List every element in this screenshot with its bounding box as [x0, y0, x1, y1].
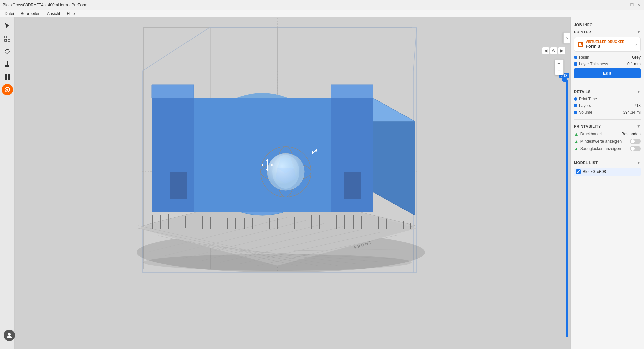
menu-bearbeiten[interactable]: Bearbeiten — [17, 11, 44, 17]
druckbarkeit-row: ▲ Druckbarkeit Bestanden — [574, 131, 641, 137]
resin-icon — [574, 56, 577, 59]
printer-chevron-icon[interactable]: ▼ — [637, 30, 641, 34]
svg-rect-64 — [261, 218, 261, 229]
svg-rect-58 — [210, 217, 211, 229]
svg-marker-118 — [152, 85, 194, 98]
minimize-button[interactable]: ─ — [623, 2, 628, 8]
printer-card[interactable]: VIRTUELLER DRUCKER Form 3 › — [574, 37, 641, 52]
close-button[interactable]: ✕ — [636, 2, 641, 8]
volume-value: 394.34 ml — [623, 110, 641, 115]
rotate-tool-button[interactable] — [2, 46, 13, 57]
volume-icon — [574, 111, 577, 114]
svg-rect-56 — [194, 215, 194, 229]
svg-rect-62 — [244, 218, 245, 229]
svg-rect-61 — [235, 218, 236, 229]
svg-rect-77 — [370, 217, 370, 229]
zoom-in-button[interactable]: + — [555, 60, 563, 67]
nav-left-button[interactable]: ◀ — [542, 47, 549, 54]
saugglocken-label: ▲ Saugglocken anzeigen — [574, 146, 621, 151]
printer-tag-label: VIRTUELLER DRUCKER — [586, 40, 625, 44]
svg-rect-79 — [386, 219, 387, 229]
right-panel: JOB INFO PRINTER ▼ VIRTUELLER DRUCKER Fo… — [570, 17, 644, 349]
mindestwerte-row: ▲ Mindestwerte anzeigen — [574, 139, 641, 144]
layer-track — [566, 80, 568, 337]
support-tool-button[interactable] — [2, 58, 13, 70]
printability-divider — [574, 119, 641, 120]
grid-tool-button[interactable] — [2, 33, 13, 44]
printability-section-title: PRINTABILITY — [574, 124, 601, 128]
svg-marker-117 — [194, 98, 331, 212]
svg-rect-73 — [336, 215, 337, 229]
svg-rect-51 — [152, 215, 153, 229]
svg-rect-60 — [227, 218, 228, 229]
print-time-value: — — [637, 97, 641, 101]
collapse-sidebar-button[interactable]: › — [563, 32, 570, 44]
layer-thumb[interactable] — [562, 77, 567, 82]
layers-row: Layers 718 — [574, 103, 641, 108]
svg-rect-3 — [8, 39, 10, 41]
model-list-divider — [574, 156, 641, 156]
svg-rect-78 — [378, 217, 379, 229]
svg-rect-5 — [5, 65, 9, 67]
layers-label: Layers — [574, 103, 591, 108]
layer-thickness-row: Layer Thickness 0.1 mm — [574, 62, 641, 66]
saugglocken-toggle[interactable] — [630, 146, 641, 151]
nav-right-button[interactable]: ▶ — [558, 47, 566, 54]
svg-rect-71 — [319, 215, 320, 229]
svg-point-12 — [6, 89, 8, 91]
layers-icon — [574, 104, 577, 107]
layers-value: 718 — [634, 103, 641, 108]
window-controls: ─ ❐ ✕ — [623, 2, 641, 8]
layer-fill — [566, 80, 568, 337]
svg-rect-76 — [361, 216, 362, 229]
viewport[interactable]: FRONT 718 + − ◀ ⊙ ▶ › — [15, 17, 570, 349]
svg-rect-75 — [353, 215, 354, 229]
left-toolbar — [0, 17, 15, 349]
select-tool-button[interactable] — [2, 20, 13, 32]
print-time-icon — [574, 97, 577, 101]
main-layout: FRONT 718 + − ◀ ⊙ ▶ › — [0, 17, 644, 349]
nav-arrows: ◀ ⊙ ▶ — [542, 47, 566, 54]
printer-name-label: Form 3 — [586, 44, 625, 49]
layer-slider-container: 718 — [564, 17, 570, 349]
model-item-name: BlockGroß08 — [583, 169, 606, 174]
printer-card-left: VIRTUELLER DRUCKER Form 3 — [578, 40, 625, 49]
svg-rect-6 — [5, 65, 10, 65]
model-list-chevron-icon[interactable]: ▼ — [637, 160, 641, 165]
menubar: Datei Bearbeiten Ansicht Hilfe — [0, 10, 644, 17]
menu-datei[interactable]: Datei — [1, 11, 17, 17]
resin-label: Resin — [574, 55, 589, 60]
model-list-item[interactable]: BlockGroß08 — [574, 168, 641, 176]
menu-hilfe[interactable]: Hilfe — [63, 11, 78, 17]
mindestwerte-icon: ▲ — [574, 139, 579, 144]
printability-chevron-icon[interactable]: ▼ — [637, 124, 641, 129]
zoom-out-button[interactable]: − — [555, 67, 563, 75]
restore-button[interactable]: ❐ — [629, 2, 635, 8]
druckbarkeit-label: ▲ Druckbarkeit — [574, 131, 603, 137]
mindestwerte-toggle[interactable] — [630, 139, 641, 144]
saugglocken-row: ▲ Saugglocken anzeigen — [574, 146, 641, 151]
layout-tool-button[interactable] — [2, 71, 13, 83]
user-button[interactable] — [4, 330, 15, 341]
print-time-row: Print Time — — [574, 97, 641, 101]
model-checkbox[interactable] — [576, 169, 581, 174]
printer-info: VIRTUELLER DRUCKER Form 3 — [586, 40, 625, 49]
svg-rect-141 — [579, 43, 581, 44]
svg-point-13 — [8, 333, 11, 336]
svg-rect-0 — [5, 36, 7, 38]
details-chevron-icon[interactable]: ▼ — [637, 89, 641, 94]
edit-button[interactable]: Edit — [574, 68, 641, 78]
model-list-title: MODEL LIST — [574, 161, 598, 165]
svg-rect-59 — [219, 217, 219, 229]
svg-rect-120 — [170, 172, 187, 199]
svg-point-139 — [143, 254, 412, 271]
active-tool-button[interactable] — [2, 84, 13, 95]
druckbarkeit-value: Bestanden — [622, 132, 641, 136]
nav-center-button[interactable]: ⊙ — [550, 47, 557, 54]
mindestwerte-label: ▲ Mindestwerte anzeigen — [574, 139, 622, 144]
menu-ansicht[interactable]: Ansicht — [44, 11, 63, 17]
layer-thickness-icon — [574, 62, 577, 66]
svg-rect-8 — [8, 74, 10, 77]
svg-rect-80 — [395, 220, 395, 229]
svg-rect-65 — [269, 218, 270, 229]
